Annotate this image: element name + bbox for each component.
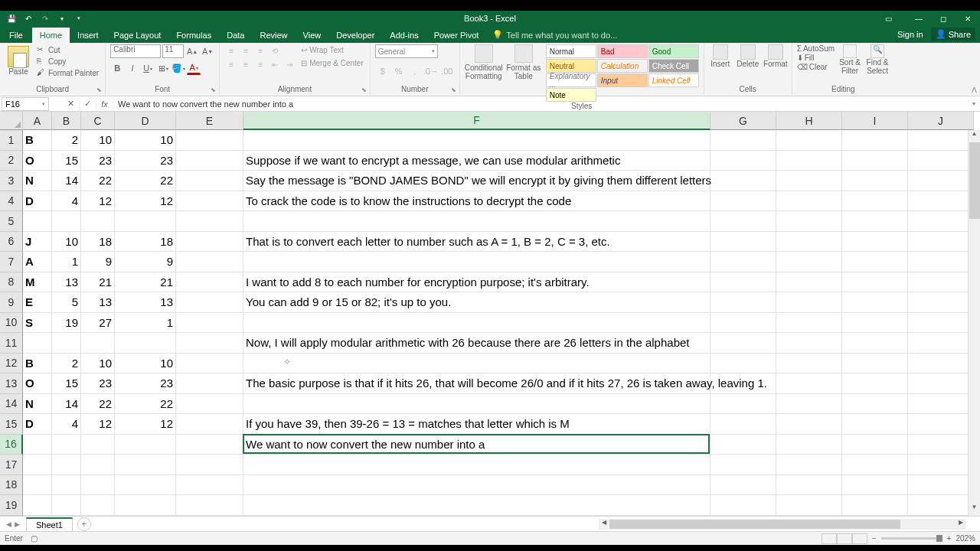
- cell-F6[interactable]: That is to convert each letter to number…: [243, 232, 710, 253]
- row-header-8[interactable]: 8: [0, 272, 23, 293]
- cell-D18[interactable]: [115, 475, 176, 496]
- style-linked-cell[interactable]: Linked Cell: [648, 73, 699, 87]
- cell-A5[interactable]: [23, 211, 52, 232]
- scroll-thumb[interactable]: [969, 142, 980, 219]
- cell-B10[interactable]: 19: [52, 313, 81, 334]
- cell-B7[interactable]: 1: [52, 252, 81, 272]
- insert-cells-button[interactable]: Insert: [709, 44, 732, 85]
- cell-B11[interactable]: [52, 333, 81, 354]
- cell-G1[interactable]: [710, 130, 776, 151]
- sign-in-link[interactable]: Sign in: [897, 30, 923, 39]
- cell-C4[interactable]: 12: [81, 191, 115, 212]
- cell-C5[interactable]: [81, 211, 115, 232]
- cell-E6[interactable]: [176, 232, 243, 253]
- enter-icon[interactable]: ✓: [80, 97, 96, 111]
- cell-E7[interactable]: [176, 252, 243, 272]
- cell-styles-gallery[interactable]: Normal Bad Good Neutral Calculation Chec…: [546, 44, 699, 102]
- tab-formulas[interactable]: Formulas: [168, 28, 219, 43]
- cell-H4[interactable]: [776, 191, 842, 212]
- cell-A1[interactable]: B: [23, 130, 52, 151]
- row-header-16[interactable]: 16: [0, 435, 23, 455]
- cell-C14[interactable]: 22: [81, 394, 115, 415]
- decrease-indent-icon[interactable]: ⇤: [268, 58, 282, 70]
- restore-icon[interactable]: ◻: [931, 11, 956, 26]
- cell-A19[interactable]: [23, 495, 52, 516]
- cell-F2[interactable]: Suppose if we want to encrypt a message,…: [243, 151, 710, 171]
- cell-F17[interactable]: [243, 455, 710, 475]
- increase-indent-icon[interactable]: ⇥: [283, 58, 296, 70]
- cell-G14[interactable]: [710, 394, 776, 415]
- conditional-formatting-button[interactable]: Conditional Formatting: [465, 44, 503, 102]
- cell-B5[interactable]: [52, 211, 81, 232]
- cell-C18[interactable]: [81, 475, 115, 496]
- row-header-4[interactable]: 4: [0, 191, 23, 212]
- cell-A13[interactable]: O: [23, 373, 52, 394]
- cell-A8[interactable]: M: [23, 272, 52, 293]
- cell-I8[interactable]: [842, 272, 908, 293]
- cell-E4[interactable]: [176, 191, 243, 212]
- cell-I19[interactable]: [842, 495, 908, 516]
- cell-G9[interactable]: [710, 292, 776, 313]
- cell-B13[interactable]: 15: [52, 373, 81, 394]
- tell-me-search[interactable]: 💡 Tell me what you want to do...: [486, 27, 623, 43]
- bold-button[interactable]: B: [110, 61, 124, 75]
- cell-E16[interactable]: [176, 435, 243, 455]
- cell-D9[interactable]: 13: [115, 292, 176, 313]
- shrink-font-icon[interactable]: A▼: [201, 44, 214, 58]
- row-headers[interactable]: 12345678910111213141516171819: [0, 130, 23, 516]
- cell-C2[interactable]: 23: [81, 151, 115, 171]
- style-neutral[interactable]: Neutral: [546, 59, 596, 73]
- cell-J19[interactable]: [908, 495, 974, 516]
- collapse-ribbon-icon[interactable]: ᐱ: [972, 86, 977, 94]
- cell-E2[interactable]: [176, 151, 243, 171]
- select-all-button[interactable]: [0, 112, 23, 130]
- horizontal-scrollbar[interactable]: ◀ ▶: [599, 519, 966, 530]
- cancel-icon[interactable]: ✕: [63, 97, 80, 111]
- worksheet-grid[interactable]: ABCDEFGHIJ 12345678910111213141516171819…: [0, 112, 980, 516]
- ribbon-display-icon[interactable]: ▭: [876, 11, 900, 26]
- tab-data[interactable]: Data: [219, 28, 252, 43]
- chevron-down-icon[interactable]: ▼: [57, 13, 67, 24]
- cell-H11[interactable]: [776, 333, 842, 354]
- cell-E14[interactable]: [176, 394, 243, 415]
- scroll-left-icon[interactable]: ◀: [599, 519, 609, 530]
- cell-J8[interactable]: [908, 272, 974, 293]
- row-header-9[interactable]: 9: [0, 292, 23, 313]
- increase-decimal-icon[interactable]: .0→: [423, 64, 439, 78]
- cell-F10[interactable]: [243, 313, 710, 334]
- align-center-icon[interactable]: ≡: [239, 58, 253, 70]
- cell-J2[interactable]: [908, 151, 974, 171]
- cell-G17[interactable]: [710, 455, 776, 475]
- undo-icon[interactable]: ↶: [23, 13, 34, 24]
- cell-D16[interactable]: [115, 435, 176, 455]
- paste-button[interactable]: Paste: [5, 44, 32, 85]
- cell-F13[interactable]: The basic purpose is that if it hits 26,…: [243, 373, 710, 394]
- share-button[interactable]: 👤 Share: [931, 28, 975, 41]
- cell-F15[interactable]: If you have 39, then 39-26 = 13 = matche…: [243, 414, 710, 435]
- cell-C17[interactable]: [81, 455, 115, 475]
- cell-D2[interactable]: 23: [115, 151, 176, 171]
- cell-H15[interactable]: [776, 414, 842, 435]
- comma-format-icon[interactable]: ,: [407, 64, 423, 78]
- zoom-level[interactable]: 202%: [956, 534, 975, 543]
- cell-F16[interactable]: We want to now convert the new number in…: [243, 435, 710, 455]
- cell-H17[interactable]: [776, 455, 842, 475]
- dialog-launcher-icon[interactable]: ⬊: [96, 86, 102, 93]
- col-header-G[interactable]: G: [710, 112, 776, 130]
- col-header-H[interactable]: H: [776, 112, 842, 130]
- cell-G7[interactable]: [710, 252, 776, 272]
- cell-H19[interactable]: [776, 495, 842, 516]
- cell-C15[interactable]: 12: [81, 414, 115, 435]
- fx-icon[interactable]: fx: [96, 97, 113, 111]
- cell-G11[interactable]: [710, 333, 776, 354]
- cell-A18[interactable]: [23, 475, 52, 496]
- cell-I5[interactable]: [842, 211, 908, 232]
- vertical-scrollbar[interactable]: ▲ ▼: [968, 130, 980, 516]
- cell-B1[interactable]: 2: [52, 130, 81, 151]
- cell-D1[interactable]: 10: [115, 130, 176, 151]
- cell-F9[interactable]: You can add 9 or 15 or 82; it's up to yo…: [243, 292, 710, 313]
- number-format-select[interactable]: General▾: [375, 44, 438, 58]
- cell-H3[interactable]: [776, 171, 842, 191]
- cell-A2[interactable]: O: [23, 151, 52, 171]
- cell-A12[interactable]: B: [23, 354, 52, 374]
